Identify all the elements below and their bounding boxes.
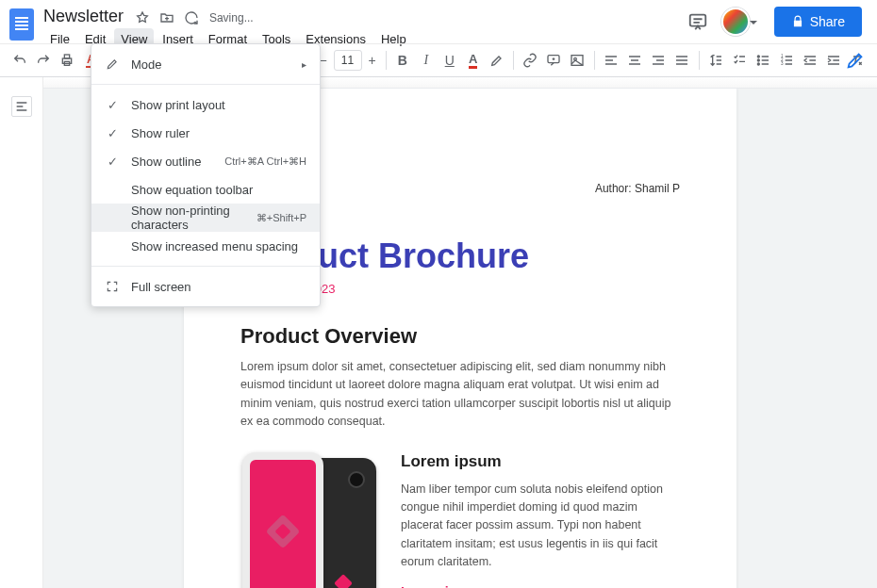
menu-item-print-layout[interactable]: ✓ Show print layout xyxy=(91,90,320,119)
section-heading[interactable]: Lorem ipsum xyxy=(401,452,680,471)
decrease-indent-button[interactable] xyxy=(799,48,820,73)
svg-rect-0 xyxy=(689,15,705,26)
fullscreen-icon xyxy=(103,280,122,293)
menu-item-outline[interactable]: ✓ Show outline Ctrl+⌘A Ctrl+⌘H xyxy=(91,147,320,175)
insert-image-button[interactable] xyxy=(567,48,588,73)
numbered-list-button[interactable]: 123 xyxy=(775,48,797,73)
app-header: Newsletter Saving... File Edit View Inse… xyxy=(0,0,877,43)
pencil-icon xyxy=(103,57,122,71)
pink-heading[interactable]: Lorem ipsum xyxy=(401,584,680,588)
share-button[interactable]: Share xyxy=(774,7,862,37)
increase-indent-button[interactable] xyxy=(822,48,844,73)
separator xyxy=(91,266,320,267)
text-color-button[interactable]: A xyxy=(462,48,484,73)
svg-point-8 xyxy=(757,59,759,61)
undo-button[interactable] xyxy=(9,48,31,73)
align-right-button[interactable] xyxy=(648,48,670,73)
svg-point-9 xyxy=(757,63,759,65)
phone-front-icon xyxy=(242,452,323,589)
two-column-section: Lorem ipsum Nam liber tempor cum soluta … xyxy=(240,452,680,589)
move-folder-icon[interactable] xyxy=(159,10,174,25)
menu-item-nonprinting[interactable]: Show non-printing characters ⌘+Shift+P xyxy=(91,204,320,232)
section-text: Lorem ipsum Nam liber tempor cum soluta … xyxy=(401,452,680,589)
docs-logo-icon[interactable] xyxy=(9,8,34,41)
lock-icon xyxy=(791,15,804,28)
align-center-button[interactable] xyxy=(624,48,646,73)
chevron-right-icon: ▸ xyxy=(302,59,306,70)
editing-mode-button[interactable] xyxy=(845,50,866,71)
share-label: Share xyxy=(810,14,845,29)
avatar-icon xyxy=(721,8,750,36)
add-comment-button[interactable] xyxy=(543,48,565,73)
font-size-control: − 11 + xyxy=(316,50,380,71)
svg-point-7 xyxy=(757,56,759,57)
account-switcher[interactable] xyxy=(721,8,761,36)
align-left-button[interactable] xyxy=(601,48,622,73)
product-image[interactable] xyxy=(240,452,380,589)
cloud-saving-icon xyxy=(184,10,199,25)
separator xyxy=(386,51,387,70)
document-title[interactable]: Newsletter xyxy=(43,7,124,26)
overview-heading[interactable]: Product Overview xyxy=(240,324,680,349)
menu-item-ruler[interactable]: ✓ Show ruler xyxy=(91,119,320,147)
italic-button[interactable]: I xyxy=(415,48,437,73)
font-size-value[interactable]: 11 xyxy=(334,50,362,71)
section-paragraph[interactable]: Nam liber tempor cum soluta nobis eleife… xyxy=(401,481,680,572)
font-size-plus[interactable]: + xyxy=(365,53,380,68)
check-icon: ✓ xyxy=(103,155,122,169)
insert-link-button[interactable] xyxy=(520,48,541,73)
redo-button[interactable] xyxy=(33,48,55,73)
view-menu-dropdown: Mode ▸ ✓ Show print layout ✓ Show ruler … xyxy=(91,43,321,307)
menu-item-menu-spacing[interactable]: Show increased menu spacing xyxy=(91,232,320,260)
menu-item-equation-toolbar[interactable]: Show equation toolbar xyxy=(91,175,320,204)
line-spacing-button[interactable] xyxy=(704,48,726,73)
overview-paragraph[interactable]: Lorem ipsum dolor sit amet, consectetuer… xyxy=(240,358,680,432)
svg-rect-2 xyxy=(65,55,70,58)
svg-text:3: 3 xyxy=(781,61,784,66)
separator xyxy=(699,51,700,70)
star-icon[interactable] xyxy=(135,10,150,25)
checklist-button[interactable] xyxy=(728,48,750,73)
bold-button[interactable]: B xyxy=(391,48,413,73)
underline-button[interactable]: U xyxy=(438,48,460,73)
highlight-button[interactable] xyxy=(486,48,507,73)
menu-item-mode[interactable]: Mode ▸ xyxy=(91,50,320,78)
bulleted-list-button[interactable] xyxy=(752,48,773,73)
save-status: Saving... xyxy=(209,11,254,24)
outline-toggle-icon[interactable] xyxy=(11,96,32,117)
left-rail xyxy=(0,77,43,588)
separator xyxy=(513,51,514,70)
separator xyxy=(91,84,320,85)
print-button[interactable] xyxy=(57,48,78,73)
separator xyxy=(594,51,595,70)
menu-item-fullscreen[interactable]: Full screen xyxy=(91,272,320,301)
comments-icon[interactable] xyxy=(687,11,708,32)
align-justify-button[interactable] xyxy=(671,48,693,73)
check-icon: ✓ xyxy=(103,126,122,140)
check-icon: ✓ xyxy=(103,98,122,112)
header-right: Share xyxy=(687,7,862,37)
